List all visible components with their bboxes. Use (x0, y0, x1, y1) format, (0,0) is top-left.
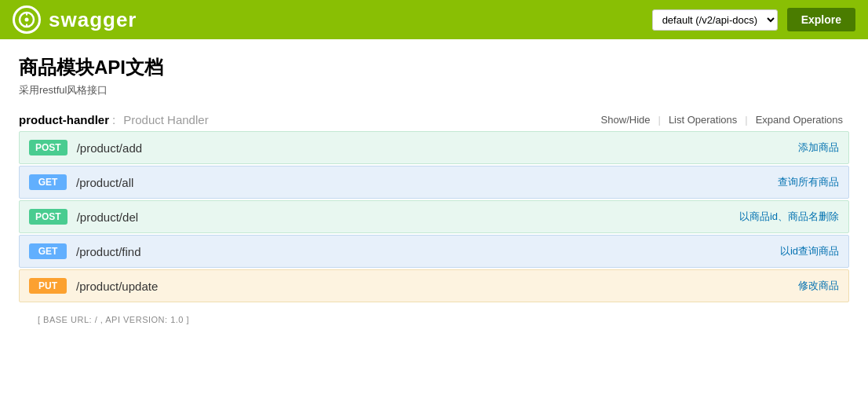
api-path: /product/update (76, 280, 158, 293)
api-route-desc: 添加商品 (798, 141, 839, 155)
api-route-row[interactable]: GET/product/all查询所有商品 (19, 166, 849, 199)
api-row-left: POST/product/del (29, 209, 138, 225)
handler-desc: Product Handler (123, 113, 208, 126)
api-url-select[interactable]: default (/v2/api-docs) (652, 9, 778, 31)
show-hide-link[interactable]: Show/Hide (595, 114, 657, 126)
swagger-logo-icon (13, 5, 41, 34)
handler-section: product-handler : Product Handler Show/H… (19, 113, 849, 302)
handler-name: product-handler (19, 113, 109, 126)
handler-actions: Show/Hide | List Operations | Expand Ope… (595, 114, 849, 126)
api-title: 商品模块API文档 (19, 55, 849, 80)
api-path: /product/all (76, 176, 133, 189)
api-row-left: PUT/product/update (29, 278, 158, 294)
logo-area: swagger (13, 5, 137, 34)
api-row-left: POST/product/add (29, 140, 142, 155)
api-row-left: GET/product/find (29, 243, 141, 259)
api-route-desc: 查询所有商品 (778, 175, 839, 189)
api-route-row[interactable]: GET/product/find以id查询商品 (19, 235, 849, 268)
expand-operations-link[interactable]: Expand Operations (749, 114, 849, 126)
api-route-row[interactable]: POST/product/del以商品id、商品名删除 (19, 200, 849, 233)
api-route-row[interactable]: PUT/product/update修改商品 (19, 269, 849, 302)
api-footer: [ BASE URL: / , API VERSION: 1.0 ] (19, 309, 849, 331)
method-badge: POST (29, 140, 67, 155)
swagger-logo-text: swagger (49, 8, 137, 32)
api-route-desc: 修改商品 (798, 279, 839, 293)
api-route-row[interactable]: POST/product/add添加商品 (19, 131, 849, 164)
api-route-desc: 以id查询商品 (780, 244, 839, 258)
api-row-left: GET/product/all (29, 174, 133, 190)
method-badge: GET (29, 174, 67, 190)
method-badge: PUT (29, 278, 67, 294)
handler-header: product-handler : Product Handler Show/H… (19, 113, 849, 126)
api-route-desc: 以商品id、商品名删除 (739, 210, 839, 224)
routes-list: POST/product/add添加商品GET/product/all查询所有商… (19, 131, 849, 302)
explore-button[interactable]: Explore (787, 8, 855, 31)
api-path: /product/find (76, 245, 141, 258)
handler-title: product-handler : Product Handler (19, 113, 209, 126)
main-content: 商品模块API文档 采用restful风格接口 product-handler … (0, 39, 868, 343)
api-path: /product/add (77, 141, 142, 155)
api-path: /product/del (77, 210, 138, 224)
method-badge: GET (29, 243, 67, 259)
header-right: default (/v2/api-docs) Explore (652, 8, 855, 31)
app-header: swagger default (/v2/api-docs) Explore (0, 0, 868, 39)
method-badge: POST (29, 209, 67, 225)
list-operations-link[interactable]: List Operations (662, 114, 743, 126)
handler-separator: : (112, 113, 119, 126)
api-desc: 采用restful风格接口 (19, 83, 849, 97)
svg-point-1 (25, 18, 29, 22)
